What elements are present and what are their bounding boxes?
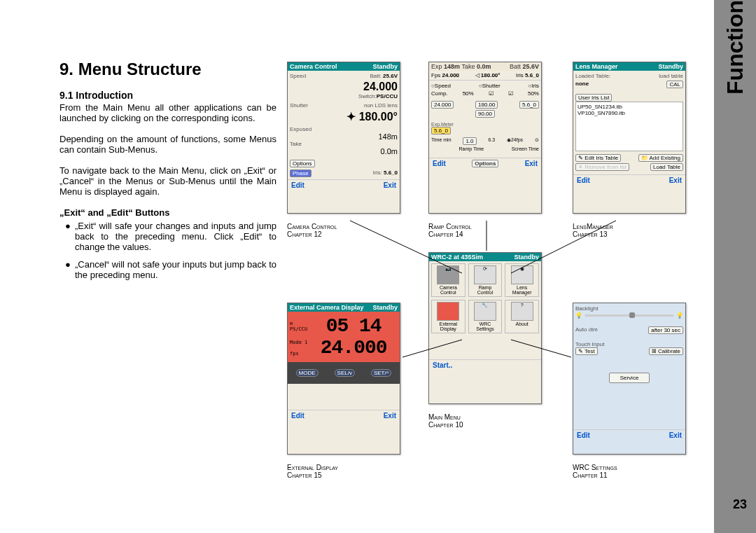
lbl: Mode 1 — [290, 340, 307, 345]
val: 5.6_0 — [519, 101, 539, 109]
button[interactable]: Add Existing — [650, 155, 680, 161]
phase-button[interactable]: Phase — [290, 169, 312, 177]
caption: WRC SettingsChapter 11 — [573, 464, 617, 479]
lbl: Take — [461, 63, 475, 70]
val: 25.6V — [522, 63, 539, 70]
val: 148m — [444, 63, 460, 70]
val: 6.3 — [488, 137, 495, 145]
lbl: Comp. — [431, 90, 448, 97]
set-button[interactable]: SET/^ — [371, 369, 392, 377]
led-display: 24.000 — [307, 337, 400, 359]
external-display-screen: External Camera DisplayStandby mPS/CCU 0… — [287, 303, 400, 455]
lbl: User Iris List — [575, 94, 612, 102]
button[interactable]: Load Table — [650, 163, 683, 171]
lbl: Backlight — [575, 305, 683, 312]
val: 24.000 — [431, 101, 454, 109]
side-tab: Functions — [714, 0, 756, 533]
options-button[interactable]: Options — [472, 160, 498, 167]
edit-button[interactable]: Edit — [577, 176, 590, 184]
lbl: Exp.Meter — [431, 122, 539, 127]
title: External Camera Display — [290, 304, 364, 311]
lens-manager-screen: Lens ManagerStandby Loaded Table:load ta… — [573, 62, 686, 214]
status: Standby — [514, 254, 539, 261]
para: To navigate back to the Main Menu, click… — [59, 165, 276, 197]
mode-button[interactable]: MODE — [296, 369, 318, 377]
camera-control-screen: Camera ControlStandby SpeedBatt: 25.6V 2… — [287, 62, 400, 214]
lbl: PS/CCU — [290, 326, 307, 332]
text-column: 9. Menu Structure 9.1 Introduction From … — [59, 60, 276, 287]
val: 24.000 — [442, 72, 459, 78]
test-button[interactable]: Test — [584, 348, 595, 354]
display-icon[interactable]: External Display — [431, 300, 465, 333]
lbl: Batt — [510, 63, 521, 70]
bulb-icon: 💡 — [676, 312, 683, 319]
caption: External DisplayChapter 15 — [287, 464, 338, 479]
lbl: non LDS lens — [364, 102, 398, 109]
exit-button[interactable]: Exit — [669, 431, 682, 439]
edit-button[interactable]: Edit — [577, 431, 590, 439]
lbl: Screen Time — [512, 146, 539, 151]
options-button[interactable]: Options — [290, 160, 315, 167]
start-button[interactable]: Start.. — [433, 361, 452, 369]
lbl: Iris: — [373, 169, 382, 176]
lens-icon[interactable]: ◉Lens Manager — [505, 263, 539, 297]
ramp-icon[interactable]: ⟳Ramp Control — [468, 263, 503, 297]
speed-value: 24.000 — [290, 81, 398, 93]
button: Remove from list — [584, 164, 626, 170]
lbl: fps — [290, 351, 307, 357]
lbl: Ramp Time — [458, 146, 484, 151]
cal-button[interactable]: CAL — [666, 81, 683, 88]
led-display: 05 14 — [307, 315, 400, 337]
dropdown[interactable]: after 30 sec — [648, 326, 683, 334]
lbl: m — [290, 321, 307, 326]
lbl: Speed — [435, 83, 451, 89]
lbl: Auto dim — [575, 326, 598, 334]
calibrate-button[interactable]: Calibrate — [658, 348, 680, 354]
status: Standby — [372, 304, 398, 311]
lbl: Speed — [290, 73, 306, 79]
lbl: Shutter — [290, 102, 308, 109]
lbl: Exposed — [290, 126, 398, 132]
list-item[interactable]: UP50_SN1234.itb — [578, 104, 681, 110]
lbl: Batt: — [370, 73, 381, 79]
val: 148m — [290, 132, 398, 141]
lbl: Touch Input — [575, 341, 683, 347]
title: WRC-2 at 435Sim — [431, 254, 483, 261]
subheading2: „Exit“ and „Edit“ Buttons — [59, 207, 276, 218]
list-item[interactable]: VP100_SN7890.itb — [578, 110, 681, 116]
caption: LensManagerChapter 13 — [573, 223, 613, 238]
val: 5.6_0 — [525, 72, 539, 78]
ramp-control-screen: Exp 148m Take 0.0m Batt 25.6V Fps 24.000… — [428, 62, 542, 214]
val: 25.6V — [383, 73, 398, 79]
lbl: Fps — [431, 72, 440, 78]
bullet: „Exit“ will safe your changes and inputs… — [59, 221, 276, 252]
val: 180.00 — [475, 101, 498, 109]
exit-button[interactable]: Exit — [384, 181, 396, 189]
settings-icon[interactable]: 🔧WRC Settings — [468, 300, 503, 333]
edit-button[interactable]: Edit — [291, 412, 304, 420]
para: From the Main Menu all other application… — [59, 102, 276, 123]
exit-button[interactable]: Exit — [525, 160, 538, 167]
button[interactable]: Edit Iris Table — [584, 155, 618, 161]
val: 0.0m — [290, 147, 398, 155]
exit-button[interactable]: Exit — [384, 412, 396, 420]
lbl: Shutter — [482, 83, 500, 89]
lbl: Time min — [431, 137, 451, 145]
lbl: Iris — [531, 83, 539, 89]
caption: Main MenuChapter 10 — [428, 413, 463, 429]
slider[interactable] — [585, 314, 673, 317]
main-menu-screen: WRC-2 at 435SimStandby 📷Camera Control ⟳… — [428, 252, 542, 404]
service-button[interactable]: Service — [609, 373, 650, 383]
camera-icon[interactable]: 📷Camera Control — [431, 263, 465, 297]
sel-button[interactable]: SEL/v — [335, 369, 355, 377]
caption: Ramp ControlChapter 14 — [428, 223, 472, 238]
about-icon[interactable]: ?About — [505, 300, 539, 333]
val: 50% — [528, 90, 539, 97]
edit-button[interactable]: Edit — [433, 160, 446, 167]
exit-button[interactable]: Exit — [669, 176, 682, 184]
val: 24fps — [511, 137, 523, 142]
val: none — [575, 81, 589, 88]
edit-button[interactable]: Edit — [291, 181, 304, 189]
lbl: Exp — [431, 63, 442, 70]
wrc-settings-screen: Backlight 💡💡 Auto dimafter 30 sec Touch … — [573, 303, 686, 455]
